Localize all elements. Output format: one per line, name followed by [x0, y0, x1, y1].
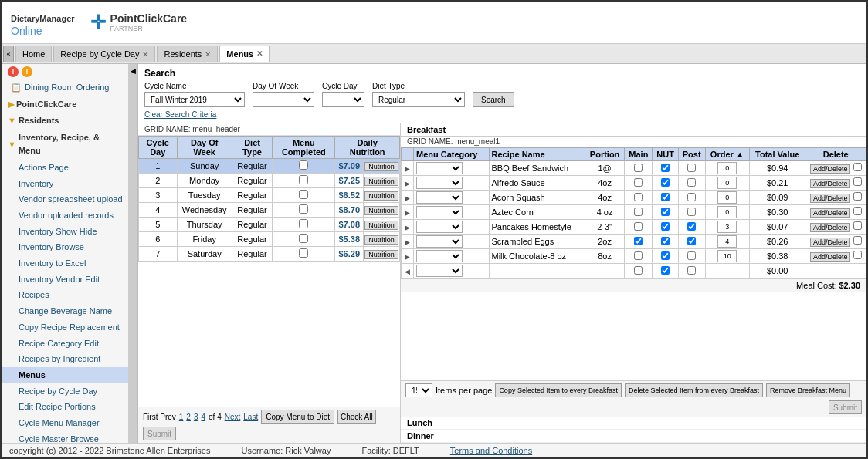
- table-row[interactable]: ▶ Milk Chocolate-8 oz 8oz $0.38: [402, 249, 866, 264]
- add-delete-button[interactable]: Add/Delete: [810, 223, 851, 232]
- order-input[interactable]: [717, 191, 737, 204]
- sidebar-item-cycle-master[interactable]: Cycle Master Browse: [2, 431, 128, 443]
- nut-checkbox[interactable]: [661, 193, 670, 201]
- tab-close-icon[interactable]: ✕: [205, 50, 211, 59]
- table-row[interactable]: ▶ Pancakes Homestyle 2-3" $0.07: [402, 220, 866, 235]
- post-checkbox[interactable]: [687, 222, 696, 231]
- main-checkbox[interactable]: [634, 251, 643, 260]
- add-delete-button[interactable]: Add/Delete: [810, 238, 851, 247]
- sidebar-item-pointclickcare[interactable]: ▶PointClickCare: [2, 96, 128, 113]
- category-select[interactable]: [416, 191, 463, 204]
- main-checkbox[interactable]: [634, 193, 643, 201]
- submit-button[interactable]: Submit: [143, 427, 176, 440]
- nut-checkbox[interactable]: [661, 208, 670, 216]
- main-checkbox[interactable]: [634, 237, 643, 245]
- tab-close-icon[interactable]: ✕: [256, 49, 263, 58]
- post-checkbox[interactable]: [687, 164, 696, 172]
- nut-checkbox[interactable]: [661, 266, 670, 275]
- check-all-button[interactable]: Check All: [337, 410, 376, 424]
- order-input[interactable]: [717, 206, 737, 218]
- page-4-link[interactable]: 4: [201, 413, 205, 421]
- clear-search-link[interactable]: Clear Search Criteria: [144, 110, 216, 119]
- add-delete-button[interactable]: Add/Delete: [810, 208, 851, 218]
- nutrition-btn[interactable]: Nutrition: [364, 206, 398, 215]
- post-checkbox[interactable]: [687, 266, 696, 275]
- delete-from-breakfast-button[interactable]: Delete Selected Item from every Breakfas…: [625, 383, 763, 397]
- sidebar-item-actions[interactable]: Actions Page: [2, 160, 128, 176]
- post-checkbox[interactable]: [687, 208, 696, 216]
- order-input[interactable]: [717, 177, 737, 189]
- sidebar-collapse-btn[interactable]: ◀: [129, 64, 138, 443]
- sidebar-item-vendor-records[interactable]: Vendor uploaded records: [2, 208, 128, 224]
- post-checkbox[interactable]: [687, 237, 696, 245]
- order-input[interactable]: [717, 250, 737, 262]
- main-checkbox[interactable]: [634, 208, 643, 216]
- sidebar-item-edit-portions[interactable]: Edit Recipe Portions: [2, 399, 128, 415]
- cycle-day-select[interactable]: [322, 92, 364, 107]
- nutrition-btn[interactable]: Nutrition: [364, 235, 398, 245]
- tab-close-icon[interactable]: ✕: [142, 50, 148, 59]
- nutrition-btn[interactable]: Nutrition: [364, 191, 398, 201]
- sidebar-item-inv-browse[interactable]: Inventory Browse: [2, 239, 128, 255]
- page-1-link[interactable]: 1: [179, 413, 184, 421]
- sidebar-item-recipe-cycle-day[interactable]: Recipe by Cycle Day: [2, 383, 128, 400]
- sidebar-item-inv-excel[interactable]: Inventory to Excel: [2, 255, 128, 272]
- sidebar-item-vendor-upload[interactable]: Vendor spreadsheet upload: [2, 191, 128, 208]
- copy-menu-to-diet-button[interactable]: Copy Menu to Diet: [261, 410, 334, 424]
- menu-completed-checkbox[interactable]: [299, 219, 308, 228]
- remove-breakfast-menu-button[interactable]: Remove Breakfast Menu: [766, 383, 850, 397]
- table-row[interactable]: ▶ Aztec Corn 4 oz $0.30: [402, 205, 866, 220]
- post-checkbox[interactable]: [687, 193, 696, 201]
- menu-completed-checkbox[interactable]: [299, 175, 308, 184]
- category-select[interactable]: [416, 177, 463, 189]
- menu-completed-checkbox[interactable]: [299, 204, 308, 214]
- copy-to-breakfast-button[interactable]: Copy Selected Item to every Breakfast: [495, 383, 622, 397]
- sidebar-item-menus[interactable]: Menus: [2, 367, 128, 383]
- tab-recipe-by-cycle-day[interactable]: Recipe by Cycle Day ✕: [53, 46, 155, 62]
- order-input[interactable]: [717, 221, 737, 233]
- menu-completed-checkbox[interactable]: [299, 248, 308, 258]
- sidebar-item-inv-show-hide[interactable]: Inventory Show Hide: [2, 224, 128, 240]
- meal-submit-button[interactable]: Submit: [829, 400, 862, 414]
- delete-checkbox[interactable]: [853, 236, 862, 245]
- sidebar-item-recipe-cat[interactable]: Recipe Category Edit: [2, 336, 128, 352]
- terms-link[interactable]: Terms and Conditions: [450, 446, 532, 455]
- day-of-week-select[interactable]: [253, 92, 314, 107]
- page-3-link[interactable]: 3: [194, 413, 198, 421]
- order-input[interactable]: [717, 235, 737, 248]
- sidebar-item-residents[interactable]: ▼Residents: [2, 113, 128, 130]
- category-select[interactable]: [416, 221, 463, 233]
- menu-completed-checkbox[interactable]: [299, 160, 308, 170]
- nut-checkbox[interactable]: [661, 222, 670, 231]
- page-2-link[interactable]: 2: [186, 413, 191, 421]
- tab-menus[interactable]: Menus ✕: [219, 46, 270, 62]
- page-next-link[interactable]: Next: [225, 413, 241, 421]
- table-row[interactable]: 1 Sunday Regular $7.09 Nutrition: [139, 159, 400, 174]
- items-per-page-select[interactable]: 15: [405, 383, 432, 397]
- diet-type-select[interactable]: Regular: [372, 92, 465, 107]
- sidebar-section-inventory[interactable]: ▼Inventory, Recipe, & Menu: [2, 130, 128, 160]
- table-row[interactable]: 6 Friday Regular $5.38 Nutrition: [139, 232, 400, 247]
- post-checkbox[interactable]: [687, 178, 696, 187]
- nutrition-btn[interactable]: Nutrition: [364, 221, 398, 230]
- category-select[interactable]: [416, 162, 463, 174]
- sidebar-item-dining[interactable]: 📋Dining Room Ordering: [2, 79, 128, 96]
- collapse-btn[interactable]: «: [3, 46, 14, 62]
- category-select[interactable]: [416, 235, 463, 248]
- menu-completed-checkbox[interactable]: [299, 190, 308, 199]
- table-row[interactable]: 2 Monday Regular $7.25 Nutrition: [139, 174, 400, 188]
- table-row[interactable]: ▶ Acorn Squash 4oz $0.09: [402, 191, 866, 205]
- add-delete-button[interactable]: Add/Delete: [810, 179, 851, 188]
- main-checkbox[interactable]: [634, 178, 643, 187]
- table-row[interactable]: 5 Thursday Regular $7.08 Nutrition: [139, 218, 400, 232]
- search-button[interactable]: Search: [473, 92, 514, 107]
- category-select[interactable]: [416, 265, 463, 277]
- category-select[interactable]: [416, 250, 463, 262]
- sidebar-item-inv-vendor-edit[interactable]: Inventory Vendor Edit: [2, 272, 128, 288]
- table-row[interactable]: ▶ Scrambled Eggs 2oz $0.26: [402, 235, 866, 249]
- tab-home[interactable]: Home: [15, 46, 52, 62]
- nutrition-btn[interactable]: Nutrition: [364, 250, 398, 259]
- nut-checkbox[interactable]: [661, 178, 670, 187]
- nut-checkbox[interactable]: [661, 237, 670, 245]
- table-row[interactable]: ▶ Alfredo Sauce 4oz $0.21: [402, 176, 866, 191]
